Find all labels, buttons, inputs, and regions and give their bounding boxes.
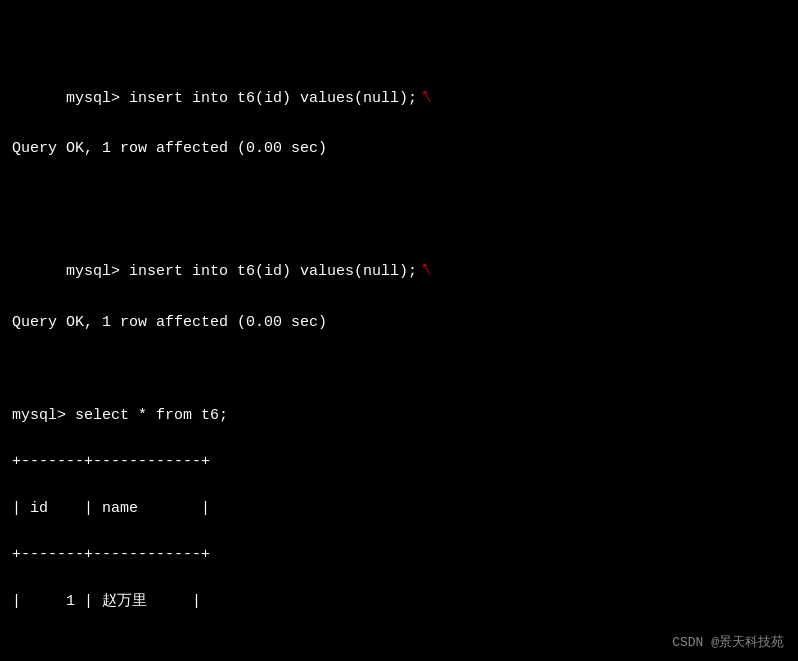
output-2: Query OK, 1 row affected (0.00 sec) bbox=[12, 311, 786, 334]
terminal-window: mysql> insert into t6(id) values(null);↑… bbox=[0, 0, 798, 661]
line-2: mysql> insert into t6(id) values(null);↑ bbox=[30, 230, 434, 311]
prompt-select: mysql> select * from t6; bbox=[12, 404, 786, 427]
arrow-1: ↑ bbox=[413, 79, 441, 115]
line-1: mysql> insert into t6(id) values(null);↑ bbox=[30, 57, 434, 138]
table-row-1: | 1 | 赵万里 | bbox=[12, 590, 786, 613]
output-1: Query OK, 1 row affected (0.00 sec) bbox=[12, 137, 786, 160]
arrow-2: ↑ bbox=[413, 252, 441, 288]
table-border-2: +-------+------------+ bbox=[12, 543, 786, 566]
table-border-1: +-------+------------+ bbox=[12, 450, 786, 473]
table-row-2: | NULL | 赵万里 |↗ bbox=[30, 636, 271, 661]
prompt-text-2: mysql> insert into t6(id) values(null); bbox=[66, 263, 417, 280]
blank-1 bbox=[12, 184, 786, 207]
watermark: CSDN @景天科技苑 bbox=[672, 633, 784, 651]
table-header: | id | name | bbox=[12, 497, 786, 520]
blank-2 bbox=[12, 357, 786, 380]
prompt-text: mysql> insert into t6(id) values(null); bbox=[66, 90, 417, 107]
